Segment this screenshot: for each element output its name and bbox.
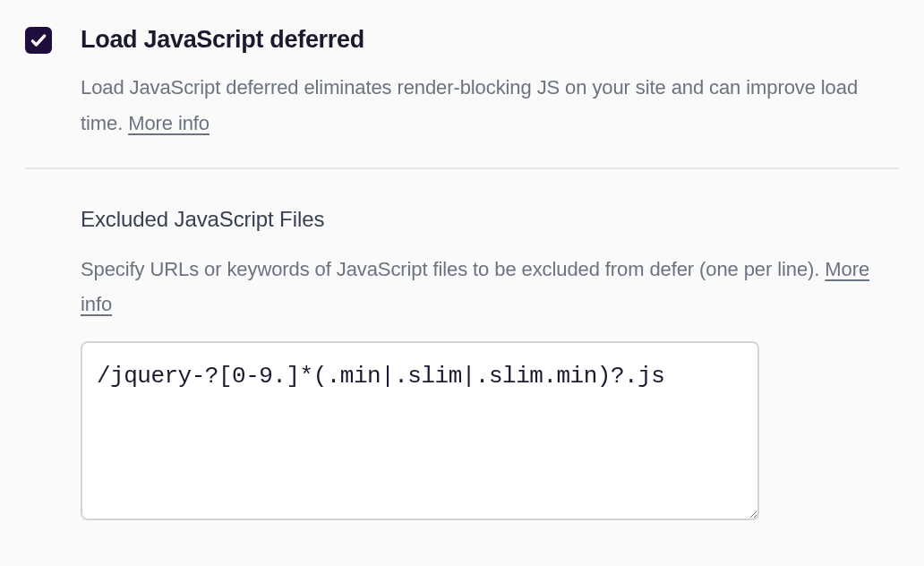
excluded-js-description: Specify URLs or keywords of JavaScript f…: [81, 252, 899, 322]
excluded-js-section: Excluded JavaScript Files Specify URLs o…: [0, 169, 924, 524]
excluded-js-textarea[interactable]: [81, 341, 759, 520]
setting-row: Load JavaScript deferred Load JavaScript…: [25, 25, 899, 141]
check-icon: [30, 31, 47, 49]
defer-more-info-link[interactable]: More info: [128, 112, 210, 134]
excluded-js-title: Excluded JavaScript Files: [81, 207, 899, 232]
defer-js-checkbox[interactable]: [25, 27, 52, 54]
defer-js-title: Load JavaScript deferred: [81, 25, 899, 54]
defer-js-section: Load JavaScript deferred Load JavaScript…: [0, 0, 924, 141]
setting-content: Load JavaScript deferred Load JavaScript…: [81, 25, 899, 141]
defer-js-description: Load JavaScript deferred eliminates rend…: [81, 70, 899, 140]
